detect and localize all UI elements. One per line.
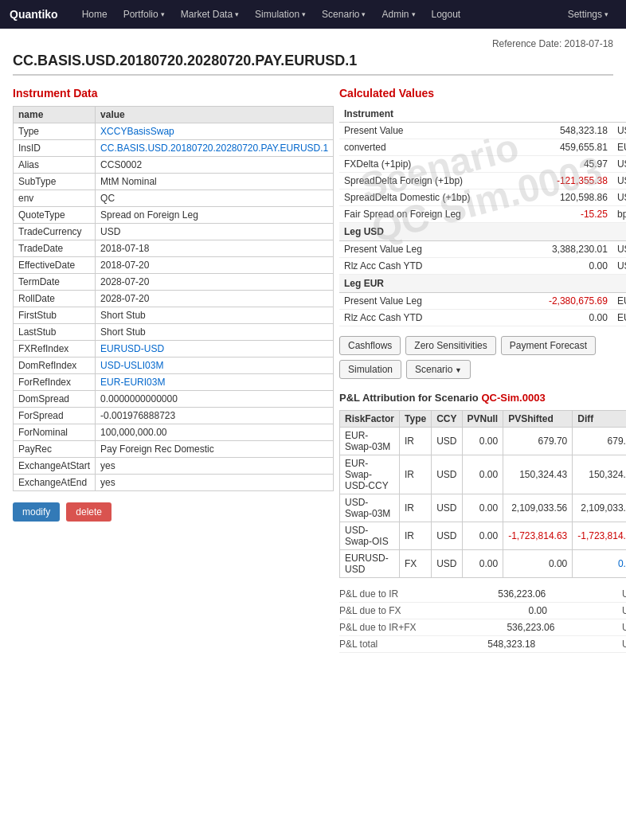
pnl-summary: P&L due to IR 536,223.06 USD P&L due to … xyxy=(339,586,626,653)
pnl-cell: EUR-Swap-USD-CCY xyxy=(340,455,400,494)
inst-value-cell[interactable]: CC.BASIS.USD.20180720.20280720.PAY.EURUS… xyxy=(96,140,334,157)
modify-button[interactable]: modify xyxy=(13,502,60,522)
pnl-cell: -1,723,814.63 xyxy=(573,522,626,550)
pnl-summary-label: P&L total xyxy=(339,639,378,650)
pnl-title: P&L Attribution for Scenario QC-Sim.0003 xyxy=(339,392,626,404)
calc-row: Rlz Acc Cash YTD 0.00 EUR xyxy=(339,310,626,326)
calc-row: SpreadDelta Domestic (+1bp) 120,598.86 U… xyxy=(339,189,626,206)
inst-name-cell: SubType xyxy=(14,174,96,190)
payment-forecast-button[interactable]: Payment Forecast xyxy=(501,336,596,355)
pnl-cell: 0.00 xyxy=(462,494,503,522)
pnl-cell: USD xyxy=(432,522,462,550)
pnl-row: EUR-Swap-03MIRUSD0.00679.70679.70 xyxy=(340,428,627,455)
instrument-row: TradeDate2018-07-18 xyxy=(14,240,334,257)
calc-row: converted 459,655.81 EUR xyxy=(339,139,626,156)
instrument-row: DomRefIndexUSD-USLI03M xyxy=(14,357,334,374)
page-content: Reference Date: 2018-07-18 CC.BASIS.USD.… xyxy=(0,29,626,662)
pnl-summary-label: P&L due to FX xyxy=(339,605,401,616)
inst-value-cell: 100,000,000.00 xyxy=(96,424,334,441)
inst-value-cell[interactable]: EURUSD-USD xyxy=(96,341,334,357)
instrument-row: TypeXCCYBasisSwap xyxy=(14,123,334,140)
inst-value-cell: 2018-07-20 xyxy=(96,257,334,274)
calc-instrument-label: Instrument xyxy=(339,106,521,123)
calc-row: Present Value Leg 3,388,230.01 USD xyxy=(339,241,626,258)
cashflows-button[interactable]: Cashflows xyxy=(339,336,401,355)
pnl-summary-row: P&L due to FX 0.00 USD xyxy=(339,603,626,619)
pnl-row: EURUSD-USDFXUSD0.000.000.00 xyxy=(340,550,627,578)
calc-row: FXDelta (+1pip) 45.97 USD xyxy=(339,156,626,173)
inst-value-cell: MtM Nominal xyxy=(96,174,334,190)
pnl-cell: 2,109,033.56 xyxy=(503,494,573,522)
instrument-row: envQC xyxy=(14,190,334,207)
instrument-row: LastStubShort Stub xyxy=(14,324,334,341)
pnl-row: USD-Swap-03MIRUSD0.002,109,033.562,109,0… xyxy=(340,494,627,522)
pnl-cell: 0.00 xyxy=(503,550,573,578)
pnl-cell: 0.00 xyxy=(573,550,626,578)
instrument-row: InsIDCC.BASIS.USD.20180720.20280720.PAY.… xyxy=(14,140,334,157)
nav-market-data[interactable]: Market Data ▾ xyxy=(173,0,247,29)
calc-row: Present Value 548,323.18 USD xyxy=(339,123,626,139)
delete-button[interactable]: delete xyxy=(66,502,112,522)
inst-value-cell: Short Stub xyxy=(96,324,334,341)
nav-settings[interactable]: Settings ▾ xyxy=(560,0,616,29)
inst-name-cell: Type xyxy=(14,123,96,140)
pnl-summary-value: 536,223.06 xyxy=(475,622,554,633)
instrument-table: name value TypeXCCYBasisSwapInsIDCC.BASI… xyxy=(13,106,334,491)
inst-name-cell: FirstStub xyxy=(14,307,96,324)
inst-name-cell: TradeCurrency xyxy=(14,224,96,240)
inst-name-cell: ExchangeAtStart xyxy=(14,458,96,475)
zero-sensitivities-button[interactable]: Zero Sensitivities xyxy=(405,336,495,355)
pnl-summary-ccy: USD xyxy=(613,588,626,600)
instrument-row: SubTypeMtM Nominal xyxy=(14,174,334,190)
inst-name-cell: Alias xyxy=(14,157,96,174)
inst-value-cell: Short Stub xyxy=(96,307,334,324)
pnl-col-pvshifted: PVShifted xyxy=(503,411,573,428)
nav-logout[interactable]: Logout xyxy=(424,0,469,29)
inst-value-cell: Spread on Foreign Leg xyxy=(96,207,334,224)
inst-value-cell[interactable]: EUR-EURI03M xyxy=(96,374,334,391)
inst-name-cell: ForRefIndex xyxy=(14,374,96,391)
pnl-cell: IR xyxy=(400,428,432,455)
inst-value-cell[interactable]: USD-USLI03M xyxy=(96,357,334,374)
nav-home[interactable]: Home xyxy=(74,0,115,29)
pnl-cell: 679.70 xyxy=(573,428,626,455)
chevron-down-icon: ▾ xyxy=(235,10,239,18)
inst-value-cell: 0.0000000000000 xyxy=(96,391,334,408)
pnl-cell: USD xyxy=(432,550,462,578)
inst-value-cell: 2018-07-18 xyxy=(96,240,334,257)
col-name: name xyxy=(14,107,96,123)
scenario-button[interactable]: Scenario xyxy=(406,360,471,379)
pnl-cell: 0.00 xyxy=(462,455,503,494)
instrument-row: ExchangeAtEndyes xyxy=(14,475,334,491)
col-value: value xyxy=(96,107,334,123)
inst-name-cell: InsID xyxy=(14,140,96,157)
pnl-col-type: Type xyxy=(400,411,432,428)
pnl-col-risk-factor: RiskFactor xyxy=(340,411,400,428)
inst-value-cell[interactable]: XCCYBasisSwap xyxy=(96,123,334,140)
inst-name-cell: DomRefIndex xyxy=(14,357,96,374)
chevron-down-icon: ▾ xyxy=(604,10,608,18)
reference-date: Reference Date: 2018-07-18 xyxy=(13,38,613,49)
instrument-row: TermDate2028-07-20 xyxy=(14,274,334,291)
pnl-cell: 0.00 xyxy=(462,522,503,550)
instrument-row: ForSpread-0.001976888723 xyxy=(14,408,334,424)
nav-simulation[interactable]: Simulation ▾ xyxy=(247,0,314,29)
chevron-down-icon: ▾ xyxy=(412,10,416,18)
instrument-row: ExchangeAtStartyes xyxy=(14,458,334,475)
instrument-row: EffectiveDate2018-07-20 xyxy=(14,257,334,274)
inst-value-cell: USD xyxy=(96,224,334,240)
brand-logo: Quantiko xyxy=(10,8,58,21)
calculated-values-table: Instrument Present Value 548,323.18 USD … xyxy=(339,106,626,326)
inst-name-cell: ForSpread xyxy=(14,408,96,424)
pnl-cell: 150,324.43 xyxy=(573,455,626,494)
nav-portfolio[interactable]: Portfolio ▾ xyxy=(115,0,173,29)
pnl-cell: 2,109,033.56 xyxy=(573,494,626,522)
pnl-cell: IR xyxy=(400,494,432,522)
inst-value-cell: CCS0002 xyxy=(96,157,334,174)
pnl-cell: USD xyxy=(432,455,462,494)
nav-scenario[interactable]: Scenario ▾ xyxy=(314,0,374,29)
simulation-button[interactable]: Simulation xyxy=(339,360,401,379)
nav-admin[interactable]: Admin ▾ xyxy=(374,0,423,29)
pnl-cell: 0.00 xyxy=(462,428,503,455)
inst-name-cell: env xyxy=(14,190,96,207)
